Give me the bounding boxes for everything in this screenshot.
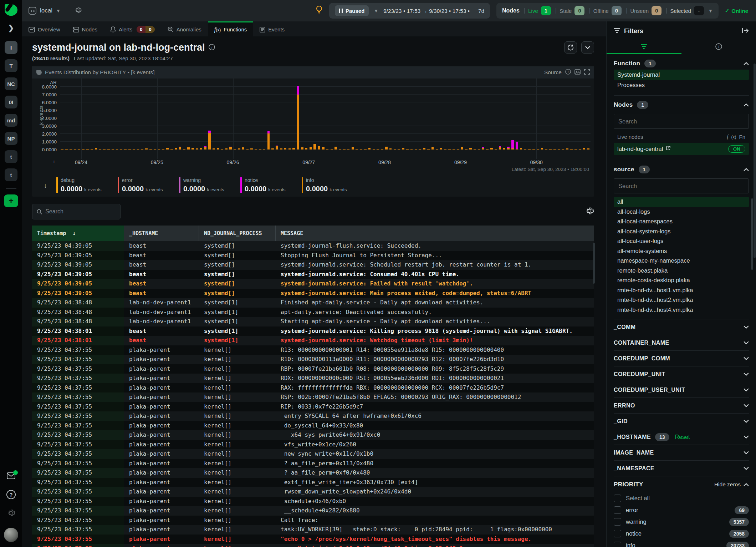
priority-select-all[interactable]: Select all — [614, 492, 749, 504]
filter-section-image_name[interactable]: IMAGE_NAME — [614, 445, 749, 460]
space-selector[interactable]: local ▼ — [29, 7, 61, 15]
chevron-down-icon[interactable] — [744, 402, 749, 409]
node-count-unseen[interactable]: |Unseen0 — [626, 6, 662, 15]
time-picker[interactable]: Paused ▼ 9/23/23 • 17:53 → 9/30/23 • 17:… — [329, 3, 490, 19]
refresh-button[interactable] — [564, 41, 577, 54]
source-search-input[interactable] — [614, 178, 749, 193]
table-row[interactable]: 9/25/23 04:37:55plaka-parentkernel[] do_… — [32, 421, 594, 431]
space-badge-3[interactable]: NC — [5, 77, 17, 90]
collapse-header-button[interactable] — [581, 41, 594, 54]
checkbox[interactable] — [614, 518, 621, 526]
space-badge-8[interactable]: t — [5, 168, 17, 181]
table-row[interactable]: 9/25/23 04:37:55plaka-parentkernel[]"ech… — [32, 535, 594, 544]
table-row[interactable]: 9/25/23 04:37:55plaka-parentkernel[] ent… — [32, 411, 594, 421]
netdata-logo-icon[interactable] — [5, 4, 17, 16]
source-item-all[interactable]: all — [614, 197, 749, 207]
table-row[interactable]: 9/25/23 04:38:48lab-nd-dev-parent1system… — [32, 298, 594, 308]
online-status[interactable]: ✓ Online — [725, 7, 748, 14]
tab-anomalies[interactable]: Anomalies — [161, 21, 208, 36]
filter-section-_gid[interactable]: _GID — [614, 413, 749, 429]
chevron-down-icon[interactable] — [744, 355, 749, 362]
space-badge-1[interactable]: I — [5, 41, 17, 54]
table-settings-icon[interactable] — [585, 206, 594, 217]
table-row[interactable]: 9/25/23 04:37:55plaka-parentkernel[] ext… — [32, 478, 594, 487]
table-row[interactable]: 9/25/23 04:37:55plaka-parentkernel[] ? a… — [32, 468, 594, 478]
download-arrow-icon[interactable]: ↓ — [38, 181, 53, 189]
priority-option-notice[interactable]: notice2058 — [614, 528, 749, 540]
table-row[interactable]: 9/25/23 04:37:55plaka-parentkernel[] ? a… — [32, 459, 594, 469]
table-row[interactable]: 9/25/23 04:39:05beastsystemd[]systemd-jo… — [32, 289, 594, 298]
chevron-down-icon[interactable] — [744, 450, 749, 456]
legend-item-info[interactable]: info0.0000k events — [302, 177, 359, 193]
table-row[interactable]: 9/25/23 04:38:01beastsystemd[1]systemd-j… — [32, 326, 594, 336]
tab-alerts[interactable]: Alerts00 — [104, 21, 161, 36]
tab-filters[interactable] — [607, 39, 681, 54]
chevron-down-icon[interactable] — [744, 371, 749, 378]
space-badge-5[interactable]: md — [5, 114, 17, 127]
source-item-rmte-lb-nd-dv...host2.vm.plka[interactable]: rmte-lb-nd-dv...host2.vm.plka — [614, 295, 749, 305]
filter-section-_namespace[interactable]: _NAMESPACE — [614, 460, 749, 476]
source-scrollbar[interactable] — [751, 198, 753, 270]
source-info-icon[interactable]: i — [565, 69, 571, 76]
source-item-all-local-user-logs[interactable]: all-local-user-logs — [614, 236, 749, 246]
table-row[interactable]: 9/25/23 04:37:55plaka-parentkernel[]RBP:… — [32, 364, 594, 374]
node-count-live[interactable]: |Live1 — [524, 6, 551, 15]
table-row[interactable]: 9/25/23 04:39:05beastsystemd[]systemd-jo… — [32, 279, 594, 289]
filter-section-errno[interactable]: ERRNO — [614, 397, 749, 413]
checkbox[interactable] — [614, 530, 621, 537]
table-scrollbar[interactable] — [593, 243, 595, 284]
chevron-down-icon[interactable]: ▼ — [708, 8, 713, 14]
expand-rail-icon[interactable]: ❯ — [8, 24, 14, 32]
table-row[interactable]: 9/25/23 04:39:05beastsystemd[]systemd-jo… — [32, 270, 594, 279]
space-settings-icon[interactable] — [74, 6, 82, 15]
column-header-nd_journal_process[interactable]: ND_JOURNAL_PROCESS — [199, 226, 276, 241]
space-badge-2[interactable]: T — [5, 59, 17, 72]
table-row[interactable]: 9/25/23 04:38:48lab-nd-dev-parent1system… — [32, 308, 594, 317]
space-badge-6[interactable]: NP — [5, 132, 17, 145]
reset-link[interactable]: Reset — [675, 434, 690, 440]
table-row[interactable]: 9/25/23 04:37:55plaka-parentkernel[]RIP:… — [32, 402, 594, 412]
node-count-selected[interactable]: |Selected- — [666, 6, 704, 15]
source-item-all-local-logs[interactable]: all-local-logs — [614, 207, 749, 217]
checkbox[interactable] — [614, 542, 621, 547]
filters-scrollbar[interactable] — [754, 64, 756, 258]
filter-section-_hostname[interactable]: _HOSTNAME13Reset — [614, 429, 749, 445]
priority-option-error[interactable]: error69 — [614, 504, 749, 516]
settings-icon[interactable] — [7, 508, 15, 518]
legend-item-debug[interactable]: debug0.0000k events — [56, 177, 114, 193]
legend-item-warning[interactable]: warning0.0000k events — [179, 177, 237, 193]
nodes-search-input[interactable] — [614, 114, 749, 129]
node-count-offline[interactable]: |Offline0 — [589, 6, 622, 15]
chart-image-icon[interactable] — [574, 69, 581, 76]
filter-section-coredump_comm[interactable]: COREDUMP_COMM — [614, 350, 749, 366]
priority-option-warning[interactable]: warning5357 — [614, 516, 749, 528]
table-row[interactable]: 9/25/23 04:37:55plaka-parentkernel[] __s… — [32, 506, 594, 516]
date-range[interactable]: 9/23/23 • 17:53 → 9/30/23 • 17:53 • — [383, 8, 470, 14]
collapse-panel-icon[interactable] — [742, 28, 749, 35]
node-toggle-on[interactable]: ON — [728, 145, 745, 153]
filter-section-container_name[interactable]: CONTAINER_NAME — [614, 335, 749, 350]
column-header-message[interactable]: MESSAGE — [276, 226, 594, 241]
space-badge-7[interactable]: t — [5, 150, 17, 163]
table-row[interactable]: 9/25/23 04:37:55plaka-parentkernel[]RDX:… — [32, 374, 594, 383]
space-badge-4[interactable]: 0I — [5, 96, 17, 108]
chevron-down-icon[interactable] — [744, 434, 749, 440]
chevron-up-icon[interactable] — [744, 102, 749, 108]
filter-section-coredump_user_unit[interactable]: COREDUMP_USER_UNIT — [614, 382, 749, 397]
table-row[interactable]: 9/25/23 04:39:05beastsystemd[]Stopping F… — [32, 251, 594, 260]
source-item-rmte-lb-nd-dv...host4.vm.plka[interactable]: rmte-lb-nd-dv...host4.vm.plka — [614, 305, 749, 315]
source-item-all-local-system-logs[interactable]: all-local-system-logs — [614, 227, 749, 237]
table-row[interactable]: 9/25/23 04:37:55plaka-parentkernel[]RAX:… — [32, 383, 594, 393]
source-item-all-remote-systems[interactable]: all-remote-systems — [614, 246, 749, 256]
source-item-remote-beast.plaka[interactable]: remote-beast.plaka — [614, 266, 749, 276]
chevron-down-icon[interactable] — [744, 465, 749, 472]
paused-button[interactable]: Paused — [335, 5, 369, 16]
news-bulb-icon[interactable] — [316, 5, 323, 16]
legend-item-error[interactable]: error0.0000k events — [118, 177, 175, 193]
hide-zeros-toggle[interactable]: Hide zeros — [714, 481, 749, 488]
column-header-_hostname[interactable]: _HOSTNAME — [124, 226, 199, 241]
tab-events[interactable]: Events — [253, 21, 291, 36]
chart-plot[interactable] — [60, 78, 591, 159]
source-item-all-local-namespaces[interactable]: all-local-namespaces — [614, 217, 749, 227]
source-item-rmte-lb-nd-dv...host1.vm.plka[interactable]: rmte-lb-nd-dv...host1.vm.plka — [614, 285, 749, 295]
